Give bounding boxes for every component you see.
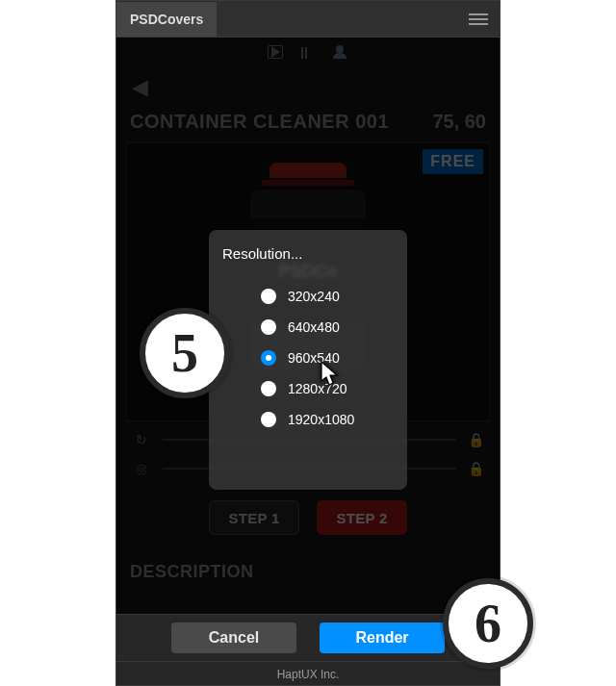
annotation-step-6: 6 <box>443 578 533 669</box>
menu-icon[interactable] <box>469 13 488 25</box>
render-button[interactable]: Render <box>320 622 445 653</box>
resolution-option[interactable]: 960x540 <box>222 343 394 373</box>
resolution-option[interactable]: 320x240 <box>222 281 394 312</box>
app-title: PSDCovers <box>116 2 217 37</box>
titlebar: PSDCovers <box>116 1 500 38</box>
option-label: 320x240 <box>288 289 340 304</box>
popup-title: Resolution... <box>222 245 394 262</box>
option-label: 1920x1080 <box>288 412 354 427</box>
annotation-step-5: 5 <box>140 308 230 398</box>
resolution-option[interactable]: 1280x720 <box>222 373 394 404</box>
option-label: 1280x720 <box>288 381 347 396</box>
resolution-option[interactable]: 640x480 <box>222 312 394 343</box>
option-label: 960x540 <box>288 350 340 366</box>
company-label: HaptUX Inc. <box>116 661 500 686</box>
option-label: 640x480 <box>288 319 340 335</box>
cancel-button[interactable]: Cancel <box>171 622 296 653</box>
resolution-option[interactable]: 1920x1080 <box>222 404 394 435</box>
resolution-popup: Resolution... 320x240 640x480 960x540 12… <box>209 230 407 490</box>
